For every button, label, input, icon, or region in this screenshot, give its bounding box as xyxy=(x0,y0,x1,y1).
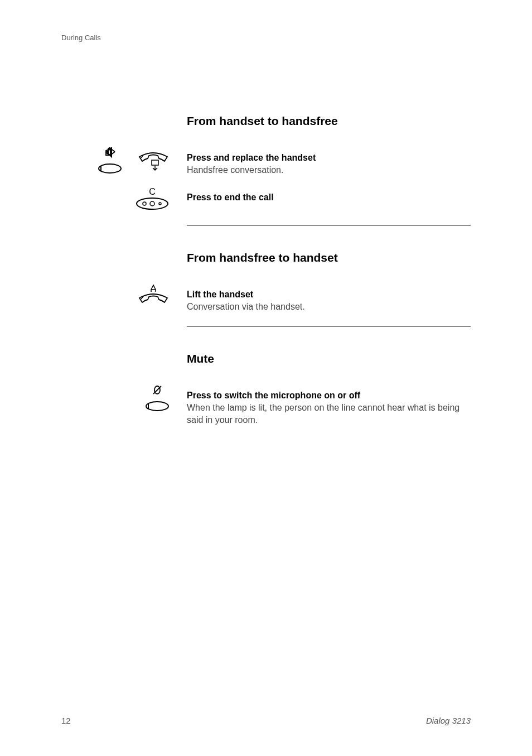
instruction-bold: Lift the handset xyxy=(187,290,253,299)
section-title: From handset to handsfree xyxy=(187,114,471,128)
page-footer: 12 Dialog 3213 xyxy=(61,716,471,725)
instruction-text: When the lamp is lit, the person on the … xyxy=(187,403,460,425)
product-model: Dialog 3213 xyxy=(426,716,471,725)
section-handsfree-to-handset: From handsfree to handset Lift the hands… xyxy=(61,251,471,327)
section-divider xyxy=(187,225,471,226)
section-title: Mute xyxy=(187,352,471,365)
svg-point-6 xyxy=(137,198,168,209)
instruction-text: Handsfree conversation. xyxy=(187,165,283,175)
instruction-bold: Press to end the call xyxy=(187,192,274,202)
mute-icon xyxy=(144,385,170,413)
svg-point-9 xyxy=(159,203,161,205)
svg-point-7 xyxy=(143,202,146,205)
svg-point-15 xyxy=(146,402,168,411)
page-header: During Calls xyxy=(61,33,471,42)
section-title: From handsfree to handset xyxy=(187,251,471,264)
instruction-bold: Press and replace the handset xyxy=(187,153,316,162)
section-handset-to-handsfree: From handset to handsfree xyxy=(61,114,471,226)
svg-point-1 xyxy=(99,164,121,173)
svg-point-8 xyxy=(150,201,154,206)
speaker-icon xyxy=(97,147,123,175)
svg-rect-4 xyxy=(152,160,158,165)
svg-text:C: C xyxy=(149,187,156,196)
section-mute: Mute Press to switch the microphone on o… xyxy=(61,352,471,426)
instruction-bold: Press to switch the microphone on or off xyxy=(187,391,360,400)
handset-up-icon xyxy=(137,284,170,306)
handset-down-icon xyxy=(137,150,170,172)
page-number: 12 xyxy=(61,716,71,725)
section-divider xyxy=(187,326,471,327)
instruction-text: Conversation via the handset. xyxy=(187,302,305,311)
clear-button-icon: C xyxy=(134,187,170,211)
